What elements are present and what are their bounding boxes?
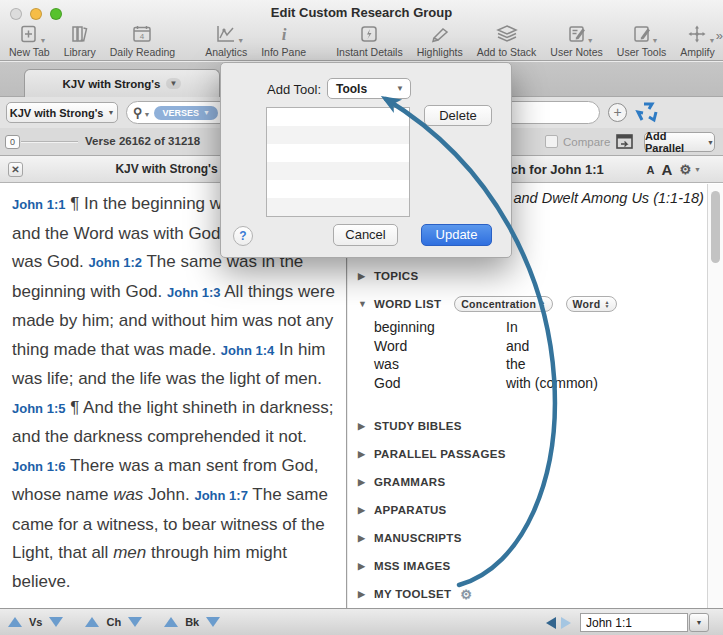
word-list-row[interactable]: beginningIn [374, 318, 703, 337]
nav-up-icon[interactable] [164, 617, 178, 627]
toolbar-item-label: User Tools [617, 46, 666, 58]
verse-reference[interactable]: John 1:3 [167, 285, 220, 300]
section-label: MY TOOLSET [374, 588, 451, 600]
bible-text-selector[interactable]: KJV with Strong's ▼ [6, 102, 118, 123]
tab-label: KJV with Strong's [63, 78, 161, 90]
search-options-caret-icon[interactable]: ▼ [144, 111, 151, 118]
search-scope-pill[interactable]: VERSES ▼ [154, 106, 217, 120]
verse-reference[interactable]: John 1:5 [12, 401, 65, 416]
tab-dropdown-icon[interactable]: ▼ [166, 78, 182, 89]
app-window: Edit Custom Research Group ▼New TabLibra… [0, 0, 723, 635]
reference-input[interactable]: John 1:1 [580, 613, 688, 632]
search-icon: ⚲ [133, 105, 143, 120]
toolbar-item-instant-details[interactable]: Instant Details [329, 23, 410, 58]
section-topics[interactable]: ▶TOPICS [358, 262, 703, 290]
triangle-right-icon[interactable]: ▶ [358, 271, 367, 281]
section-manuscripts[interactable]: ▶MANUSCRIPTS [358, 524, 703, 552]
toolbar-item-library[interactable]: Library [57, 23, 103, 58]
verse-reference[interactable]: John 1:6 [12, 459, 65, 474]
nav-label: Vs [29, 616, 42, 628]
toolbar-overflow-icon[interactable]: » [716, 28, 721, 43]
word-list-row[interactable]: Wordand [374, 337, 703, 356]
word-cell: and [506, 337, 529, 356]
verse-reference[interactable]: John 1:1 [12, 197, 65, 212]
section-mss-images[interactable]: ▶MSS IMAGES [358, 552, 703, 580]
nav-up-icon[interactable] [85, 617, 99, 627]
toolbar-item-daily-reading[interactable]: 4Daily Reading [103, 23, 182, 58]
gear-icon[interactable]: ⚙ [679, 162, 691, 177]
toolbar-item-info-pane[interactable]: iInfo Pane [254, 23, 313, 58]
section-word-list[interactable]: ▼WORD LISTConcentration▲▼Word▲▼ [358, 290, 703, 318]
section-grammars[interactable]: ▶GRAMMARS [358, 468, 703, 496]
verse-nav-ch: Ch [85, 616, 142, 628]
verse-reference[interactable]: John 1:4 [221, 343, 274, 358]
increase-font-button[interactable]: A [662, 161, 673, 178]
word-list-row[interactable]: wasthe [374, 355, 703, 374]
reference-dropdown-button[interactable]: ▼ [689, 613, 709, 632]
compare-checkbox[interactable] [545, 135, 558, 148]
history-forward-icon[interactable] [561, 617, 571, 629]
close-pane-icon[interactable]: ✕ [8, 162, 23, 177]
vertical-scrollbar[interactable] [707, 184, 723, 608]
triangle-right-icon[interactable]: ▶ [358, 505, 367, 515]
triangle-right-icon[interactable]: ▶ [358, 477, 367, 487]
add-to-stack-icon [495, 23, 519, 45]
window-title: Edit Custom Research Group [0, 5, 723, 20]
toolbar-item-analytics[interactable]: ▼Analytics [198, 23, 254, 58]
research-icon[interactable] [634, 100, 660, 128]
cancel-button[interactable]: Cancel [333, 224, 398, 246]
decrease-font-button[interactable]: A [647, 164, 655, 176]
nav-down-icon[interactable] [128, 617, 142, 627]
verse-nav-groups: VsChBk [8, 609, 220, 635]
pane-view-icon[interactable] [616, 133, 634, 154]
add-parallel-button[interactable]: Add Parallel ▼ [644, 132, 715, 152]
section-study-bibles[interactable]: ▶STUDY BIBLES [358, 412, 703, 440]
triangle-right-icon[interactable]: ▶ [358, 561, 367, 571]
info-pane-icon: i [278, 23, 290, 45]
add-parallel-label: Add Parallel [645, 130, 703, 154]
section-my-toolset[interactable]: ▶MY TOOLSET⚙ [358, 580, 703, 608]
nav-up-icon[interactable] [8, 617, 22, 627]
wordlist-sort-dropdown[interactable]: Concentration▲▼ [454, 296, 552, 312]
triangle-right-icon[interactable]: ▶ [358, 449, 367, 459]
triangle-down-icon[interactable]: ▼ [358, 299, 367, 309]
toolbar-item-add-to-stack[interactable]: Add to Stack [470, 23, 544, 58]
triangle-right-icon[interactable]: ▶ [358, 589, 367, 599]
verse-reference[interactable]: John 1:7 [194, 488, 247, 503]
history-back-icon[interactable] [546, 617, 556, 629]
verse-slider-track[interactable] [21, 141, 78, 143]
word-list-row[interactable]: Godwith (common) [374, 374, 703, 393]
delete-button[interactable]: Delete [424, 105, 492, 126]
tool-list-box[interactable] [266, 107, 410, 217]
add-search-button[interactable]: + [608, 103, 627, 122]
chevron-down-icon: ▼ [707, 139, 714, 146]
verse-reference[interactable]: John 1:2 [89, 255, 142, 270]
section-apparatus[interactable]: ▶APPARATUS [358, 496, 703, 524]
verse-slider-handle[interactable]: 0 [5, 135, 20, 149]
search-scope-label: VERSES [162, 108, 199, 118]
toolbar-item-new-tab[interactable]: ▼New Tab [2, 23, 57, 58]
nav-down-icon[interactable] [49, 617, 63, 627]
window-chrome: Edit Custom Research Group ▼New TabLibra… [0, 0, 723, 61]
font-size-controls: A A ⚙ ▼ [647, 161, 701, 178]
compare-control: Compare [545, 135, 610, 148]
section-parallel-passages[interactable]: ▶PARALLEL PASSAGES [358, 440, 703, 468]
triangle-right-icon[interactable]: ▶ [358, 533, 367, 543]
toolbar-item-highlights[interactable]: Highlights [410, 23, 470, 58]
scrollbar-thumb[interactable] [711, 191, 720, 263]
help-button[interactable]: ? [233, 226, 253, 246]
nav-down-icon[interactable] [206, 617, 220, 627]
toolbar-item-label: Instant Details [336, 46, 403, 58]
toolbar-item-amplify[interactable]: ▼Amplify [673, 23, 721, 58]
triangle-right-icon[interactable]: ▶ [358, 421, 367, 431]
chevron-down-icon: ▼ [237, 37, 244, 44]
stepper-icon: ▲▼ [540, 300, 545, 308]
chevron-down-icon: ▼ [107, 109, 114, 116]
toolbar-item-user-tools[interactable]: ▼User Tools [610, 23, 673, 58]
add-tool-dropdown[interactable]: Tools ▼ [327, 78, 411, 99]
gear-icon[interactable]: ⚙ [460, 587, 472, 602]
update-button[interactable]: Update [421, 224, 492, 246]
wordlist-mode-dropdown[interactable]: Word▲▼ [566, 296, 617, 312]
toolbar-item-user-notes[interactable]: ▼User Notes [543, 23, 610, 58]
tab-kjv-with-strongs[interactable]: KJV with Strong's ▼ [24, 69, 220, 97]
